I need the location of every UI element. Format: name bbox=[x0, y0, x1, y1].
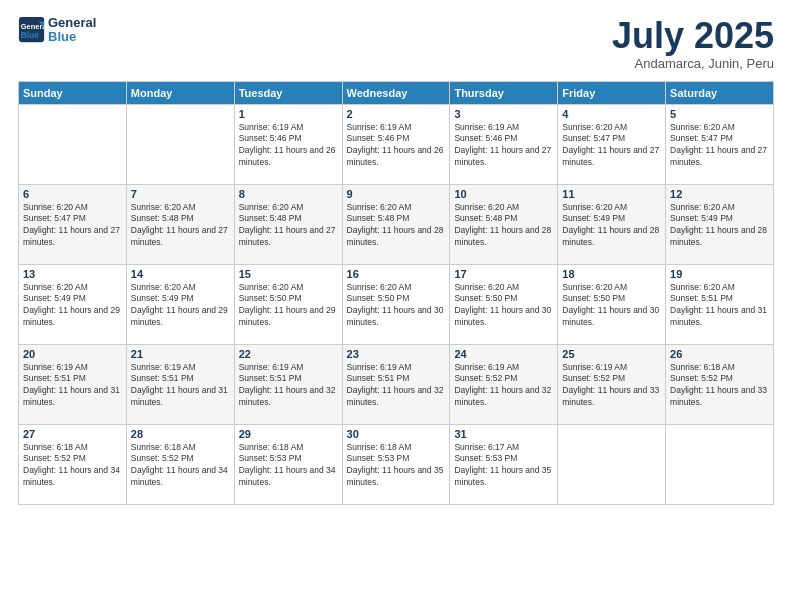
subtitle: Andamarca, Junin, Peru bbox=[612, 56, 774, 71]
day-info: Sunrise: 6:19 AMSunset: 5:51 PMDaylight:… bbox=[239, 362, 338, 410]
page: General Blue General Blue July 2025 Anda… bbox=[0, 0, 792, 612]
header: General Blue General Blue July 2025 Anda… bbox=[18, 16, 774, 71]
calendar-day-cell bbox=[558, 424, 666, 504]
day-number: 26 bbox=[670, 348, 769, 360]
calendar-day-cell: 19Sunrise: 6:20 AMSunset: 5:51 PMDayligh… bbox=[666, 264, 774, 344]
day-number: 29 bbox=[239, 428, 338, 440]
calendar-day-cell: 11Sunrise: 6:20 AMSunset: 5:49 PMDayligh… bbox=[558, 184, 666, 264]
day-number: 4 bbox=[562, 108, 661, 120]
day-number: 7 bbox=[131, 188, 230, 200]
calendar-day-header: Thursday bbox=[450, 81, 558, 104]
calendar-day-cell: 23Sunrise: 6:19 AMSunset: 5:51 PMDayligh… bbox=[342, 344, 450, 424]
calendar-day-cell: 16Sunrise: 6:20 AMSunset: 5:50 PMDayligh… bbox=[342, 264, 450, 344]
day-info: Sunrise: 6:19 AMSunset: 5:52 PMDaylight:… bbox=[562, 362, 661, 410]
day-info: Sunrise: 6:19 AMSunset: 5:46 PMDaylight:… bbox=[347, 122, 446, 170]
day-number: 14 bbox=[131, 268, 230, 280]
calendar-day-cell: 24Sunrise: 6:19 AMSunset: 5:52 PMDayligh… bbox=[450, 344, 558, 424]
day-info: Sunrise: 6:20 AMSunset: 5:47 PMDaylight:… bbox=[23, 202, 122, 250]
calendar-day-cell: 28Sunrise: 6:18 AMSunset: 5:52 PMDayligh… bbox=[126, 424, 234, 504]
calendar-day-cell: 3Sunrise: 6:19 AMSunset: 5:46 PMDaylight… bbox=[450, 104, 558, 184]
calendar-week-row: 27Sunrise: 6:18 AMSunset: 5:52 PMDayligh… bbox=[19, 424, 774, 504]
day-number: 28 bbox=[131, 428, 230, 440]
day-number: 13 bbox=[23, 268, 122, 280]
logo-icon: General Blue bbox=[18, 16, 46, 44]
day-number: 8 bbox=[239, 188, 338, 200]
day-number: 19 bbox=[670, 268, 769, 280]
day-info: Sunrise: 6:20 AMSunset: 5:50 PMDaylight:… bbox=[562, 282, 661, 330]
day-number: 3 bbox=[454, 108, 553, 120]
day-number: 17 bbox=[454, 268, 553, 280]
svg-text:Blue: Blue bbox=[21, 31, 39, 41]
calendar-day-cell: 14Sunrise: 6:20 AMSunset: 5:49 PMDayligh… bbox=[126, 264, 234, 344]
day-number: 10 bbox=[454, 188, 553, 200]
day-number: 12 bbox=[670, 188, 769, 200]
calendar-day-header: Wednesday bbox=[342, 81, 450, 104]
calendar-week-row: 20Sunrise: 6:19 AMSunset: 5:51 PMDayligh… bbox=[19, 344, 774, 424]
day-info: Sunrise: 6:20 AMSunset: 5:48 PMDaylight:… bbox=[131, 202, 230, 250]
day-info: Sunrise: 6:18 AMSunset: 5:53 PMDaylight:… bbox=[239, 442, 338, 490]
day-number: 21 bbox=[131, 348, 230, 360]
day-info: Sunrise: 6:19 AMSunset: 5:51 PMDaylight:… bbox=[131, 362, 230, 410]
day-info: Sunrise: 6:19 AMSunset: 5:51 PMDaylight:… bbox=[23, 362, 122, 410]
day-info: Sunrise: 6:18 AMSunset: 5:52 PMDaylight:… bbox=[131, 442, 230, 490]
day-number: 20 bbox=[23, 348, 122, 360]
day-number: 9 bbox=[347, 188, 446, 200]
day-number: 6 bbox=[23, 188, 122, 200]
day-info: Sunrise: 6:20 AMSunset: 5:50 PMDaylight:… bbox=[454, 282, 553, 330]
day-info: Sunrise: 6:19 AMSunset: 5:46 PMDaylight:… bbox=[454, 122, 553, 170]
day-info: Sunrise: 6:18 AMSunset: 5:52 PMDaylight:… bbox=[23, 442, 122, 490]
calendar-day-cell: 27Sunrise: 6:18 AMSunset: 5:52 PMDayligh… bbox=[19, 424, 127, 504]
calendar-day-cell: 8Sunrise: 6:20 AMSunset: 5:48 PMDaylight… bbox=[234, 184, 342, 264]
day-info: Sunrise: 6:18 AMSunset: 5:53 PMDaylight:… bbox=[347, 442, 446, 490]
calendar-day-cell: 2Sunrise: 6:19 AMSunset: 5:46 PMDaylight… bbox=[342, 104, 450, 184]
calendar-day-cell: 5Sunrise: 6:20 AMSunset: 5:47 PMDaylight… bbox=[666, 104, 774, 184]
day-info: Sunrise: 6:19 AMSunset: 5:52 PMDaylight:… bbox=[454, 362, 553, 410]
calendar-day-cell: 13Sunrise: 6:20 AMSunset: 5:49 PMDayligh… bbox=[19, 264, 127, 344]
day-info: Sunrise: 6:20 AMSunset: 5:50 PMDaylight:… bbox=[347, 282, 446, 330]
day-info: Sunrise: 6:20 AMSunset: 5:48 PMDaylight:… bbox=[347, 202, 446, 250]
calendar-day-cell: 9Sunrise: 6:20 AMSunset: 5:48 PMDaylight… bbox=[342, 184, 450, 264]
day-number: 22 bbox=[239, 348, 338, 360]
calendar-day-header: Friday bbox=[558, 81, 666, 104]
day-number: 25 bbox=[562, 348, 661, 360]
day-info: Sunrise: 6:20 AMSunset: 5:48 PMDaylight:… bbox=[239, 202, 338, 250]
day-info: Sunrise: 6:20 AMSunset: 5:49 PMDaylight:… bbox=[670, 202, 769, 250]
day-number: 23 bbox=[347, 348, 446, 360]
day-info: Sunrise: 6:20 AMSunset: 5:47 PMDaylight:… bbox=[562, 122, 661, 170]
calendar-day-cell: 17Sunrise: 6:20 AMSunset: 5:50 PMDayligh… bbox=[450, 264, 558, 344]
calendar-week-row: 6Sunrise: 6:20 AMSunset: 5:47 PMDaylight… bbox=[19, 184, 774, 264]
calendar-day-header: Tuesday bbox=[234, 81, 342, 104]
day-info: Sunrise: 6:17 AMSunset: 5:53 PMDaylight:… bbox=[454, 442, 553, 490]
calendar-day-cell: 15Sunrise: 6:20 AMSunset: 5:50 PMDayligh… bbox=[234, 264, 342, 344]
calendar-day-cell: 6Sunrise: 6:20 AMSunset: 5:47 PMDaylight… bbox=[19, 184, 127, 264]
calendar-day-cell: 18Sunrise: 6:20 AMSunset: 5:50 PMDayligh… bbox=[558, 264, 666, 344]
logo: General Blue General Blue bbox=[18, 16, 96, 45]
calendar-day-cell: 31Sunrise: 6:17 AMSunset: 5:53 PMDayligh… bbox=[450, 424, 558, 504]
day-info: Sunrise: 6:18 AMSunset: 5:52 PMDaylight:… bbox=[670, 362, 769, 410]
calendar-day-header: Monday bbox=[126, 81, 234, 104]
day-number: 5 bbox=[670, 108, 769, 120]
day-info: Sunrise: 6:19 AMSunset: 5:51 PMDaylight:… bbox=[347, 362, 446, 410]
calendar-day-cell: 30Sunrise: 6:18 AMSunset: 5:53 PMDayligh… bbox=[342, 424, 450, 504]
calendar-day-cell: 29Sunrise: 6:18 AMSunset: 5:53 PMDayligh… bbox=[234, 424, 342, 504]
title-block: July 2025 Andamarca, Junin, Peru bbox=[612, 16, 774, 71]
calendar-day-cell: 10Sunrise: 6:20 AMSunset: 5:48 PMDayligh… bbox=[450, 184, 558, 264]
calendar-week-row: 13Sunrise: 6:20 AMSunset: 5:49 PMDayligh… bbox=[19, 264, 774, 344]
day-number: 27 bbox=[23, 428, 122, 440]
calendar-day-cell: 7Sunrise: 6:20 AMSunset: 5:48 PMDaylight… bbox=[126, 184, 234, 264]
day-info: Sunrise: 6:19 AMSunset: 5:46 PMDaylight:… bbox=[239, 122, 338, 170]
day-number: 30 bbox=[347, 428, 446, 440]
calendar-day-cell: 22Sunrise: 6:19 AMSunset: 5:51 PMDayligh… bbox=[234, 344, 342, 424]
calendar-day-cell bbox=[126, 104, 234, 184]
month-title: July 2025 bbox=[612, 16, 774, 56]
calendar-header-row: SundayMondayTuesdayWednesdayThursdayFrid… bbox=[19, 81, 774, 104]
calendar-day-cell bbox=[666, 424, 774, 504]
day-info: Sunrise: 6:20 AMSunset: 5:49 PMDaylight:… bbox=[131, 282, 230, 330]
day-info: Sunrise: 6:20 AMSunset: 5:51 PMDaylight:… bbox=[670, 282, 769, 330]
calendar-day-header: Saturday bbox=[666, 81, 774, 104]
calendar-day-cell: 21Sunrise: 6:19 AMSunset: 5:51 PMDayligh… bbox=[126, 344, 234, 424]
calendar-day-header: Sunday bbox=[19, 81, 127, 104]
day-number: 24 bbox=[454, 348, 553, 360]
day-number: 2 bbox=[347, 108, 446, 120]
calendar-day-cell: 26Sunrise: 6:18 AMSunset: 5:52 PMDayligh… bbox=[666, 344, 774, 424]
